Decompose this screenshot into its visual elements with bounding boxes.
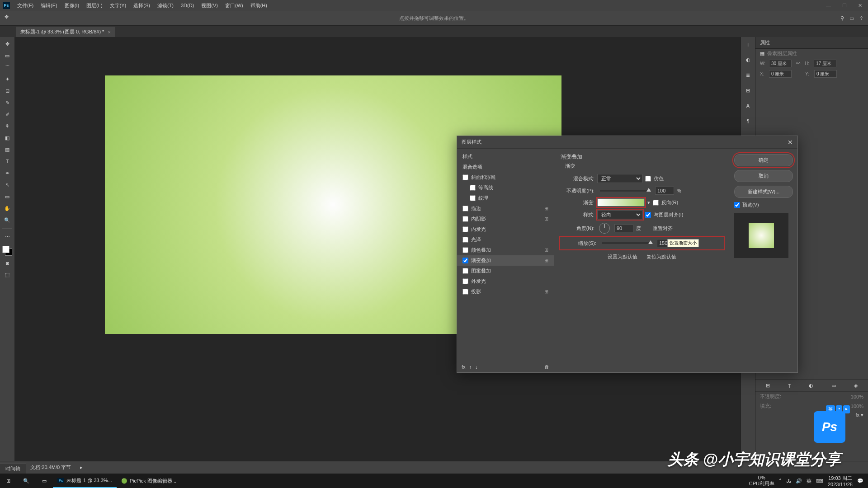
doc-info[interactable]: 文档:20.4M/0 字节 [30,464,71,471]
link-icon[interactable]: ⚯ [796,61,800,66]
up-icon[interactable]: ↑ [469,364,472,370]
tray-ime[interactable]: 英 [807,478,811,484]
gradient-picker[interactable] [597,198,645,206]
eyedropper-tool[interactable]: ✎ [2,98,12,107]
style-row-outerglow[interactable]: 外发光 [457,276,554,286]
menu-3d[interactable]: 3D(D) [177,0,198,11]
channels-icon[interactable]: ⊞ [743,85,753,95]
opacity-input[interactable] [655,187,674,195]
style-row-dropshadow[interactable]: 投影⊞ [457,286,554,297]
menu-edit[interactable]: 编辑(E) [37,0,61,11]
scale-slider[interactable] [602,242,651,244]
style-row-satin[interactable]: 光泽 [457,235,554,245]
document-tab[interactable]: 未标题-1 @ 33.3% (图层 0, RGB/8#) * × [16,27,115,37]
down-icon[interactable]: ↓ [475,364,478,370]
tray-ime-icon[interactable]: ⌨ [816,478,823,484]
maximize-button[interactable]: ☐ [836,0,852,11]
trash-icon[interactable]: 🗑 [544,364,549,370]
opacity-slider[interactable] [600,190,650,192]
tray-volume-icon[interactable]: 🔊 [796,478,802,484]
layer-filter-icon[interactable]: ◈ [854,383,858,389]
menu-layer[interactable]: 图层(L) [83,0,106,11]
set-default-button[interactable]: 设置为默认值 [608,253,637,260]
path-tool[interactable]: ↖ [2,180,12,189]
taskview-button[interactable]: ▭ [36,474,53,488]
add-icon[interactable]: ⊞ [544,247,548,253]
style-select[interactable]: 径向 [597,210,642,219]
share-icon[interactable]: ⇪ [859,15,863,21]
angle-wheel[interactable] [599,223,610,234]
search-icon[interactable]: ⚲ [840,15,844,21]
menu-select[interactable]: 选择(S) [130,0,154,11]
style-row-texture[interactable]: 纹理 [457,193,554,203]
add-icon[interactable]: ⊞ [544,216,548,222]
style-row-styles[interactable]: 样式 [457,151,554,162]
dots-icon[interactable]: ⋯ [2,232,12,241]
type-tool[interactable]: T [2,157,12,166]
shape-tool[interactable]: ▭ [2,192,12,201]
menu-file[interactable]: 文件(F) [14,0,37,11]
style-row-innerglow[interactable]: 内发光 [457,224,554,235]
start-button[interactable]: ⊞ [0,474,17,488]
angle-input[interactable] [614,224,633,232]
menu-help[interactable]: 帮助(H) [247,0,271,11]
stamp-tool[interactable]: ⚘ [2,122,12,131]
screenmode-tool[interactable]: ⬚ [2,270,12,279]
char-icon[interactable]: A [743,101,753,111]
style-row-gradientoverlay[interactable]: 渐变叠加⊞ [457,255,554,266]
close-tab-icon[interactable]: × [108,29,110,35]
close-button[interactable]: ✕ [852,0,868,11]
height-input[interactable] [814,60,836,67]
marquee-tool[interactable]: ▭ [2,51,12,60]
style-row-innershadow[interactable]: 内阴影⊞ [457,214,554,224]
style-row-contour[interactable]: 等高线 [457,183,554,193]
adjust-icon[interactable]: ◐ [743,55,753,65]
menu-filter[interactable]: 滤镜(T) [154,0,177,11]
align-checkbox[interactable] [645,212,651,218]
dither-checkbox[interactable] [645,176,651,182]
color-swatch[interactable] [2,246,12,256]
tray-network-icon[interactable]: 🖧 [786,478,791,483]
y-input[interactable] [814,70,837,78]
zoom-tool[interactable]: 🔍 [2,216,12,225]
move-tool[interactable]: ✥ [2,39,12,48]
brush-tool[interactable]: ✐ [2,110,12,119]
search-button[interactable]: 🔍 [17,474,36,488]
reset-align-button[interactable]: 重置对齐 [653,225,673,232]
task-picpick[interactable]: 🟢PicPick 图像编辑器... [117,474,181,488]
task-photoshop[interactable]: Ps未标题-1 @ 33.3%... [53,474,117,488]
gradient-tool[interactable]: ▨ [2,145,12,154]
pen-tool[interactable]: ✒ [2,169,12,178]
histogram-icon[interactable]: ⫼ [743,39,753,49]
ok-button[interactable]: 确定 [734,154,793,166]
menu-view[interactable]: 视图(V) [198,0,222,11]
layer-filter-icon[interactable]: ⊞ [766,383,770,389]
style-row-coloroverlay[interactable]: 颜色叠加⊞ [457,245,554,255]
dialog-close-icon[interactable]: ✕ [788,139,793,146]
para-icon[interactable]: ¶ [743,116,753,126]
width-input[interactable] [769,60,792,67]
eraser-tool[interactable]: ◧ [2,133,12,142]
style-row-bevel[interactable]: 斜面和浮雕 [457,172,554,183]
workspace-icon[interactable]: ▭ [849,15,854,21]
fx-icon[interactable]: fx ▾ [855,412,863,418]
lasso-tool[interactable]: ⌒ [2,63,12,72]
cancel-button[interactable]: 取消 [734,170,793,182]
layer-filter-icon[interactable]: ◐ [809,383,813,389]
reset-default-button[interactable]: 复位为默认值 [646,253,676,260]
minimize-button[interactable]: — [821,0,836,11]
blend-mode-select[interactable]: 正常 [597,174,642,183]
layer-filter-icon[interactable]: T [788,383,791,389]
style-row-patternoverlay[interactable]: 图案叠加 [457,266,554,276]
style-row-blend[interactable]: 混合选项 [457,162,554,172]
style-row-stroke[interactable]: 描边⊞ [457,203,554,214]
preview-checkbox[interactable] [734,202,740,208]
quickmask-tool[interactable]: ◙ [2,258,12,267]
crop-tool[interactable]: ⊡ [2,86,12,95]
wand-tool[interactable]: ✦ [2,75,12,84]
tray-notifications-icon[interactable]: 💬 [857,478,863,484]
fx-menu-icon[interactable]: fx [462,364,466,370]
layers-icon[interactable]: ≣ [743,70,753,80]
x-input[interactable] [769,70,792,78]
menu-type[interactable]: 文字(Y) [106,0,130,11]
